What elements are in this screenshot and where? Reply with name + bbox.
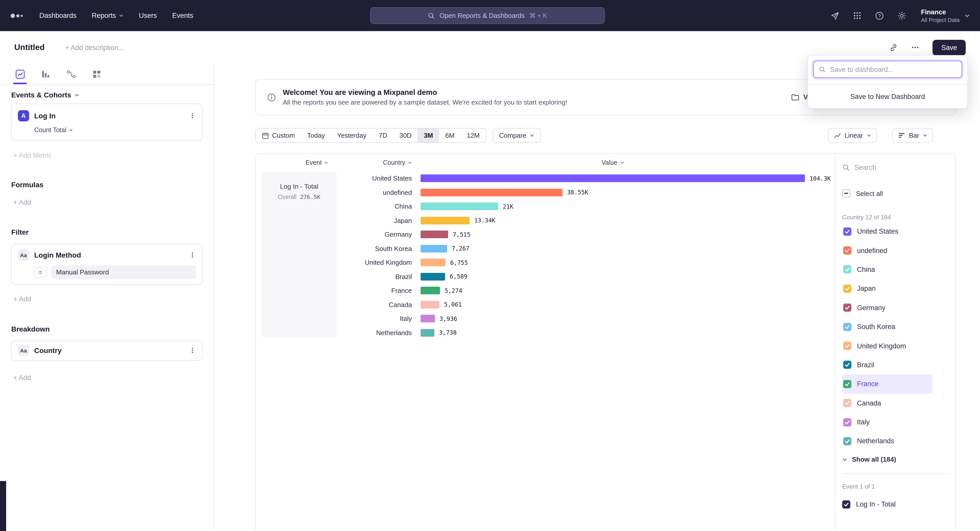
filter-card[interactable]: Aa Login Method = Manual Password: [11, 244, 203, 285]
bar-canada[interactable]: [421, 301, 439, 309]
series-checkbox[interactable]: [843, 399, 851, 407]
series-item-netherlands[interactable]: Netherlands: [842, 432, 932, 451]
nav-item-users[interactable]: Users: [139, 12, 157, 19]
series-item-italy[interactable]: Italy: [842, 413, 932, 432]
aggregation-selector[interactable]: Count Total: [34, 127, 196, 134]
bar-united-states[interactable]: [421, 175, 805, 182]
column-header-value[interactable]: Value: [421, 159, 805, 166]
show-all-button[interactable]: Show all (184): [842, 455, 956, 464]
event-series-checkbox[interactable]: [842, 500, 850, 508]
compare-button[interactable]: Compare: [493, 128, 541, 143]
series-item-undefined[interactable]: undefined: [842, 241, 932, 260]
filter-operator[interactable]: =: [34, 266, 47, 278]
tab-funnels[interactable]: [39, 64, 52, 84]
bar-france[interactable]: [421, 287, 440, 295]
bar-japan[interactable]: [421, 217, 469, 224]
series-item-united-kingdom[interactable]: United Kingdom: [842, 336, 932, 355]
filter-kebab-menu[interactable]: [189, 252, 196, 258]
date-range-6m[interactable]: 6M: [439, 128, 461, 142]
bar-south-korea[interactable]: [421, 245, 447, 252]
date-range-3m[interactable]: 3M: [418, 128, 439, 142]
dashboard-search[interactable]: [813, 61, 962, 78]
date-range-12m[interactable]: 12M: [461, 128, 486, 142]
tab-insights[interactable]: [13, 64, 27, 84]
breakdown-card[interactable]: Aa Country: [11, 340, 203, 361]
nav-item-events[interactable]: Events: [172, 12, 193, 19]
series-checkbox[interactable]: [843, 437, 851, 445]
metric-kebab-menu[interactable]: [189, 112, 196, 119]
chevron-down-icon: [119, 13, 124, 18]
date-range-custom[interactable]: Custom: [256, 128, 301, 142]
property-badge: Aa: [18, 345, 29, 356]
bar-netherlands[interactable]: [421, 329, 434, 337]
bar-italy[interactable]: [421, 315, 435, 323]
help-icon[interactable]: ?: [875, 11, 884, 20]
series-search[interactable]: [842, 160, 932, 175]
mixpanel-logo[interactable]: [10, 11, 24, 20]
series-item-germany[interactable]: Germany: [842, 298, 932, 317]
save-to-new-dashboard-option[interactable]: Save to New Dashboard: [808, 85, 967, 108]
select-all-checkbox[interactable]: [842, 189, 850, 197]
bar-germany[interactable]: [421, 231, 448, 238]
series-item-united-states[interactable]: United States: [842, 222, 932, 241]
apps-grid-icon[interactable]: [853, 11, 862, 20]
event-series-item[interactable]: Log In - Total: [842, 499, 956, 509]
nav-item-dashboards[interactable]: Dashboards: [39, 12, 76, 19]
date-range-30d[interactable]: 30D: [393, 128, 418, 142]
settings-gear-icon[interactable]: [897, 11, 907, 20]
report-title[interactable]: Untitled: [14, 43, 45, 52]
tab-flows[interactable]: [64, 64, 78, 84]
series-checkbox[interactable]: [843, 246, 851, 255]
events-cohorts-heading[interactable]: Events & Cohorts: [11, 91, 203, 99]
series-search-input[interactable]: [854, 163, 921, 171]
series-checkbox[interactable]: [843, 361, 851, 369]
series-checkbox[interactable]: [843, 304, 851, 312]
chart-type-selector[interactable]: Bar: [892, 128, 933, 143]
date-range-today[interactable]: Today: [301, 128, 331, 142]
series-checkbox[interactable]: [843, 323, 851, 331]
breakdown-label: Breakdown: [11, 325, 50, 333]
more-options-button[interactable]: [911, 43, 919, 52]
bar-china[interactable]: [421, 203, 498, 211]
send-icon[interactable]: [830, 11, 840, 20]
series-checkbox[interactable]: [843, 265, 851, 274]
global-search-button[interactable]: Open Reports & Dashboards ⌘ + K: [370, 7, 605, 24]
bar-brazil[interactable]: [421, 273, 445, 281]
series-checkbox[interactable]: [843, 227, 851, 235]
date-range-yesterday[interactable]: Yesterday: [331, 128, 372, 142]
series-checkbox[interactable]: [843, 342, 851, 350]
breakdown-kebab-menu[interactable]: [189, 347, 196, 354]
date-range-7d[interactable]: 7D: [372, 128, 393, 142]
series-item-brazil[interactable]: Brazil: [842, 355, 932, 374]
series-item-canada[interactable]: Canada: [842, 393, 932, 413]
add-filter-button[interactable]: + Add: [11, 295, 203, 303]
tab-retention[interactable]: [90, 64, 103, 84]
filter-value[interactable]: Manual Password: [51, 265, 196, 279]
save-button[interactable]: Save: [932, 40, 966, 55]
series-checkbox[interactable]: [843, 285, 851, 293]
dashboard-search-input[interactable]: [830, 65, 956, 73]
add-description-button[interactable]: + Add description...: [65, 44, 124, 51]
add-breakdown-button[interactable]: + Add: [11, 374, 203, 382]
series-item-south-korea[interactable]: South Korea: [842, 317, 932, 336]
select-all-row[interactable]: Select all: [842, 188, 956, 198]
project-switcher[interactable]: Finance All Project Data: [921, 8, 970, 23]
series-checkbox[interactable]: [843, 380, 851, 388]
bar-united-kingdom[interactable]: [421, 259, 445, 266]
global-search-shortcut: ⌘ + K: [529, 12, 547, 19]
metric-card[interactable]: A Log In Count Total: [11, 103, 203, 140]
series-checkbox[interactable]: [843, 418, 851, 426]
series-item-france[interactable]: France: [842, 374, 932, 393]
view-dashboards-button[interactable]: V: [791, 93, 808, 101]
add-formula-button[interactable]: + Add: [11, 198, 203, 206]
date-range-label: Custom: [272, 132, 295, 139]
nav-item-label: Reports: [92, 12, 116, 19]
series-item-china[interactable]: China: [842, 260, 932, 279]
bar-undefined[interactable]: [421, 189, 563, 197]
series-item-japan[interactable]: Japan: [842, 279, 932, 298]
nav-item-reports[interactable]: Reports: [92, 12, 124, 19]
column-header-country[interactable]: Country: [337, 159, 412, 166]
add-metric-button[interactable]: + Add Metric: [11, 152, 203, 159]
share-link-button[interactable]: [889, 43, 898, 52]
scale-selector[interactable]: Linear: [828, 128, 877, 143]
